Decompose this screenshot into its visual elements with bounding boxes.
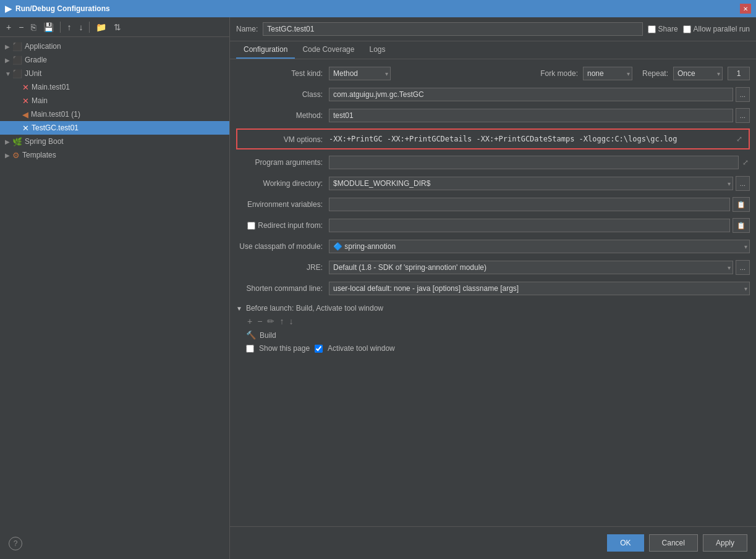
gradle-icon: ⬛ — [12, 56, 22, 65]
redirect-checkbox[interactable] — [247, 222, 255, 230]
ok-button[interactable]: OK — [607, 534, 643, 552]
bl-remove-button[interactable]: − — [256, 316, 263, 326]
before-launch-label: Before launch: Build, Activate tool wind… — [246, 304, 383, 313]
right-panel: Name: Share Allow parallel run Configura… — [230, 17, 756, 559]
arrow-icon: ▶ — [5, 138, 12, 145]
activate-tool-label: Activate tool window — [328, 344, 395, 353]
env-vars-browse-button[interactable]: 📋 — [733, 197, 750, 212]
tree-item-main[interactable]: ✕ Main — [0, 94, 229, 107]
name-input[interactable] — [263, 22, 642, 36]
main-label: Main — [32, 96, 48, 105]
tree-item-templates[interactable]: ▶ ⚙ Templates — [0, 148, 229, 162]
program-args-control: ⤢ — [329, 156, 750, 169]
add-button[interactable]: + — [4, 21, 14, 33]
program-args-input[interactable] — [329, 156, 739, 169]
class-input[interactable] — [329, 88, 733, 101]
apply-button[interactable]: Apply — [703, 534, 747, 552]
bl-edit-button[interactable]: ✏ — [266, 316, 276, 326]
redirect-input[interactable] — [329, 219, 730, 232]
remove-button[interactable]: − — [16, 21, 26, 33]
method-browse-button[interactable]: ... — [736, 108, 750, 123]
tree-item-main-test01[interactable]: ✕ Main.test01 — [0, 80, 229, 94]
shorten-row: Shorten command line: user-local default… — [236, 280, 750, 296]
test-kind-select[interactable]: Method — [329, 67, 391, 80]
method-input[interactable] — [329, 109, 733, 122]
classpath-select-wrapper: 🔷 spring-annotion — [329, 240, 750, 253]
repeat-select[interactable]: Once — [673, 67, 723, 80]
redirect-browse-button[interactable]: 📋 — [733, 218, 750, 233]
parallel-checkbox-label: Allow parallel run — [683, 25, 750, 33]
working-dir-browse-button[interactable]: ... — [736, 176, 750, 191]
class-browse-button[interactable]: ... — [736, 87, 750, 102]
shorten-label: Shorten command line: — [236, 284, 329, 293]
templates-label: Templates — [22, 151, 56, 159]
testgc-test01-label: TestGC.test01 — [32, 124, 79, 132]
parallel-checkbox[interactable] — [683, 25, 691, 33]
share-checkbox[interactable] — [648, 25, 656, 33]
vm-options-label: VM options: — [242, 133, 329, 144]
classpath-select[interactable]: 🔷 spring-annotion — [329, 240, 750, 253]
folder-button[interactable]: 📁 — [93, 21, 109, 33]
show-page-row: Show this page Activate tool window — [236, 342, 750, 355]
error-icon: ✕ — [22, 83, 29, 92]
application-label: Application — [25, 42, 61, 51]
jre-row: JRE: Default (1.8 - SDK of 'spring-annot… — [236, 259, 750, 275]
spring-icon: 🌿 — [12, 137, 22, 146]
move-down-button[interactable]: ↓ — [76, 21, 85, 33]
vm-options-expand-button[interactable]: ⤢ — [735, 133, 744, 145]
bl-add-button[interactable]: + — [246, 316, 253, 326]
tab-code-coverage[interactable]: Code Coverage — [295, 41, 362, 59]
working-dir-select[interactable]: $MODULE_WORKING_DIR$ — [329, 177, 733, 190]
before-launch-toolbar: + − ✏ ↑ ↓ — [236, 316, 750, 326]
working-dir-select-wrapper: $MODULE_WORKING_DIR$ — [329, 177, 733, 190]
move-up-button[interactable]: ↑ — [64, 21, 74, 33]
tree-item-gradle[interactable]: ▶ ⬛ Gradle — [0, 53, 229, 67]
application-icon: ⬛ — [12, 42, 22, 51]
tab-logs[interactable]: Logs — [362, 41, 393, 59]
program-args-label: Program arguments: — [236, 158, 329, 167]
cancel-button[interactable]: Cancel — [649, 534, 698, 552]
tree-item-junit[interactable]: ▼ ⬛ JUnit — [0, 67, 229, 80]
test-kind-select-wrapper: Method — [329, 67, 391, 80]
fork-mode-select-wrapper: none — [583, 67, 632, 80]
vm-options-input[interactable] — [329, 133, 735, 145]
main-test01-1-label: Main.test01 (1) — [31, 110, 80, 119]
arrow-icon: ▼ — [5, 70, 12, 77]
jre-browse-button[interactable]: ... — [736, 260, 750, 275]
tree-item-spring-boot[interactable]: ▶ 🌿 Spring Boot — [0, 135, 229, 148]
config-tree: ▶ ⬛ Application ▶ ⬛ Gradle ▼ ⬛ JUnit ✕ M… — [0, 37, 229, 559]
junit-icon: ⬛ — [12, 69, 22, 78]
save-button[interactable]: 💾 — [41, 21, 56, 33]
sort-button[interactable]: ⇅ — [111, 21, 124, 33]
name-bar: Name: Share Allow parallel run — [230, 17, 756, 41]
tab-configuration[interactable]: Configuration — [236, 41, 295, 59]
show-page-checkbox[interactable] — [246, 345, 254, 353]
copy-button[interactable]: ⎘ — [28, 21, 38, 33]
shorten-select-wrapper: user-local default: none - java [options… — [329, 282, 750, 295]
bl-down-button[interactable]: ↓ — [287, 316, 294, 326]
build-icon: 🔨 — [246, 330, 256, 340]
window-title: Run/Debug Configurations — [15, 4, 110, 13]
before-launch-arrow[interactable]: ▼ — [236, 305, 242, 312]
build-item: 🔨 Build — [236, 329, 750, 342]
repeat-count-input[interactable] — [728, 67, 750, 80]
tree-item-main-test01-1[interactable]: ◀ Main.test01 (1) — [0, 107, 229, 121]
repeat-label: Repeat: — [642, 69, 668, 78]
classpath-row: Use classpath of module: 🔷 spring-annoti… — [236, 238, 750, 254]
method-control: ... — [329, 108, 750, 123]
tree-item-application[interactable]: ▶ ⬛ Application — [0, 40, 229, 53]
program-args-expand-button[interactable]: ⤢ — [741, 157, 750, 168]
tree-item-testgc-test01[interactable]: ✕ TestGC.test01 — [0, 121, 229, 135]
activate-tool-checkbox[interactable] — [315, 345, 323, 353]
fork-mode-select[interactable]: none — [583, 67, 632, 80]
help-button[interactable]: ? — [9, 537, 22, 550]
env-vars-input[interactable] — [329, 198, 730, 211]
bl-up-button[interactable]: ↑ — [278, 316, 285, 326]
before-launch-section: ▼ Before launch: Build, Activate tool wi… — [236, 304, 750, 355]
working-dir-row: Working directory: $MODULE_WORKING_DIR$ … — [236, 175, 750, 191]
close-button[interactable]: ✕ — [740, 4, 751, 14]
jre-control: Default (1.8 - SDK of 'spring-annotion' … — [329, 260, 750, 275]
shorten-select[interactable]: user-local default: none - java [options… — [329, 282, 750, 295]
jre-select[interactable]: Default (1.8 - SDK of 'spring-annotion' … — [329, 261, 733, 274]
test-kind-label: Test kind: — [236, 69, 329, 78]
